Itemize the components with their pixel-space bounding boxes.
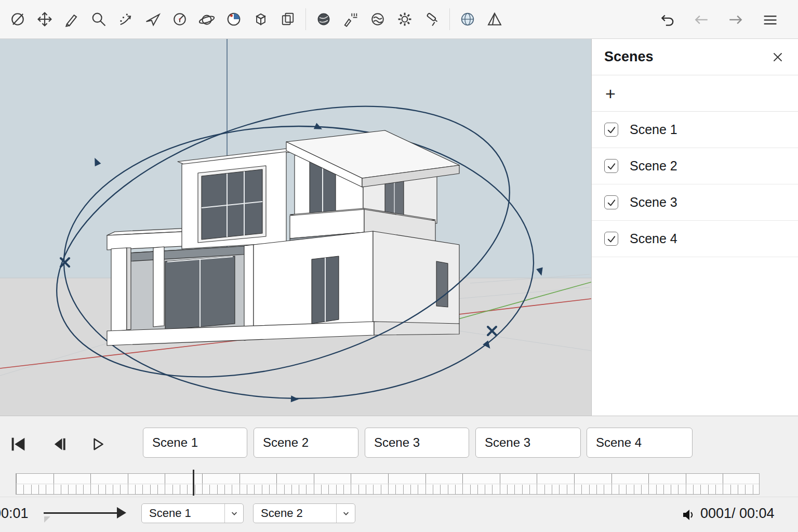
- viewport-canvas[interactable]: [0, 39, 591, 416]
- elapsed-time: 00:01: [0, 506, 29, 522]
- tool-pencil-button[interactable]: [58, 6, 85, 33]
- tool-paint-sphere-button[interactable]: [220, 6, 247, 33]
- scene-tab-label: Scene 2: [263, 435, 309, 450]
- forward-button[interactable]: [725, 6, 746, 33]
- slider-start-marker: [44, 516, 52, 523]
- scenes-panel-header: Scenes: [592, 39, 798, 75]
- transport-statusbar: 00:01 Scene 1 Scene 2: [0, 497, 798, 532]
- timeline-ruler[interactable]: [16, 473, 760, 495]
- scene-tab-label: Scene 3: [485, 435, 530, 450]
- close-icon: [771, 50, 784, 64]
- sketchup-app-window: Scenes + Scene 1: [0, 0, 798, 532]
- undo-icon: [659, 11, 675, 28]
- scene-1-checkbox[interactable]: [604, 123, 618, 137]
- tool-cube-button[interactable]: [247, 6, 274, 33]
- paint-sphere-icon: [225, 10, 243, 28]
- ruler-divider: [16, 484, 759, 484]
- compass-icon: [171, 10, 189, 28]
- scene-tab-4[interactable]: Scene 3: [475, 428, 581, 458]
- scene-row-3[interactable]: Scene 3: [592, 184, 798, 221]
- tool-zoom-button[interactable]: [85, 6, 112, 33]
- step-back-button[interactable]: [49, 435, 70, 454]
- scene-tab-1[interactable]: Scene 1: [143, 428, 247, 458]
- scene-2-checkbox[interactable]: [604, 159, 618, 173]
- speed-slider-handle[interactable]: [115, 506, 128, 520]
- check-icon: [606, 125, 617, 135]
- cube-icon: [252, 10, 270, 28]
- skip-to-start-icon: [9, 435, 28, 453]
- scene-row-label: Scene 2: [630, 158, 677, 174]
- freehand-icon: [117, 10, 135, 28]
- scene-row-2[interactable]: Scene 2: [592, 148, 798, 184]
- paint-roller-icon: [423, 10, 441, 28]
- skip-to-start-button[interactable]: [8, 435, 29, 454]
- play-button[interactable]: [87, 435, 108, 454]
- tool-move-button[interactable]: [31, 6, 58, 33]
- scene-tab-5[interactable]: Scene 4: [587, 428, 693, 458]
- tool-annotate-button[interactable]: [337, 6, 364, 33]
- scenes-panel-title: Scenes: [604, 49, 654, 65]
- tool-pyramid-button[interactable]: [481, 6, 508, 33]
- scene-tab-label: Scene 3: [374, 435, 420, 450]
- check-icon: [606, 197, 617, 208]
- toolbar-separator: [305, 8, 306, 30]
- speaker-icon[interactable]: [681, 507, 696, 523]
- dropdown-chevron-area: [336, 504, 355, 523]
- toolbar-right-group: [657, 0, 798, 39]
- tool-gear-button[interactable]: [391, 6, 418, 33]
- back-button[interactable]: [691, 6, 712, 33]
- scene-from-value: Scene 1: [142, 507, 224, 520]
- tool-dark-sphere-button[interactable]: [310, 6, 337, 33]
- scene-row-label: Scene 1: [630, 122, 677, 137]
- scene-tab-label: Scene 4: [596, 435, 642, 450]
- scene-tab-3[interactable]: Scene 3: [365, 428, 469, 458]
- chevron-down-icon: [342, 509, 350, 517]
- arrow-right-icon: [727, 11, 744, 28]
- pencil-icon: [63, 10, 81, 28]
- pyramid-icon: [486, 10, 503, 28]
- move-icon: [36, 10, 54, 28]
- scene-row-label: Scene 4: [630, 231, 677, 246]
- ruler-minor-ticks: [16, 485, 759, 494]
- tool-orbit-globe-button[interactable]: [193, 6, 220, 33]
- check-icon: [606, 234, 617, 244]
- scene-row-1[interactable]: Scene 1: [592, 112, 798, 148]
- viewport-3d[interactable]: [0, 39, 591, 416]
- tool-circle-slash-button[interactable]: [4, 6, 31, 33]
- globe-grid-icon: [459, 10, 476, 28]
- tool-compass-button[interactable]: [166, 6, 193, 33]
- dropdown-chevron-area: [224, 504, 243, 523]
- scene-3-checkbox[interactable]: [604, 195, 618, 209]
- tool-paper-plane-button[interactable]: [139, 6, 166, 33]
- scenes-panel: Scenes + Scene 1: [591, 39, 798, 416]
- toolbar-separator: [449, 8, 450, 30]
- check-icon: [606, 161, 617, 171]
- step-back-icon: [50, 435, 69, 453]
- paper-plane-icon: [144, 10, 162, 28]
- menu-button[interactable]: [760, 6, 780, 33]
- zoom-icon: [90, 10, 108, 28]
- tool-texture-circle-button[interactable]: [364, 6, 391, 33]
- undo-button[interactable]: [657, 6, 677, 33]
- orbit-globe-icon: [198, 10, 216, 28]
- hamburger-icon: [761, 11, 779, 29]
- scenes-panel-close-button[interactable]: [770, 49, 786, 65]
- scene-4-checkbox[interactable]: [604, 232, 618, 246]
- tool-freehand-button[interactable]: [112, 6, 139, 33]
- scene-row-4[interactable]: Scene 4: [592, 221, 798, 257]
- scene-tab-2[interactable]: Scene 2: [254, 428, 358, 458]
- tool-copy-style-button[interactable]: [274, 6, 301, 33]
- animation-bottom-bar: Scene 1 Scene 2 Scene 3 Scene 3 Scene 4 …: [0, 416, 798, 532]
- timeline-playhead[interactable]: [193, 470, 194, 496]
- arrow-left-icon: [693, 11, 710, 28]
- tool-globe-grid-button[interactable]: [454, 6, 481, 33]
- chevron-down-icon: [230, 509, 238, 517]
- tool-paint-roller-button[interactable]: [418, 6, 445, 33]
- scene-from-dropdown[interactable]: Scene 1: [141, 503, 244, 523]
- scene-row-label: Scene 3: [630, 195, 677, 210]
- add-scene-button[interactable]: +: [605, 85, 616, 102]
- scenes-add-row: +: [592, 75, 798, 112]
- gear-icon: [396, 10, 414, 28]
- scene-to-dropdown[interactable]: Scene 2: [253, 503, 355, 523]
- speed-slider-track[interactable]: [44, 512, 117, 514]
